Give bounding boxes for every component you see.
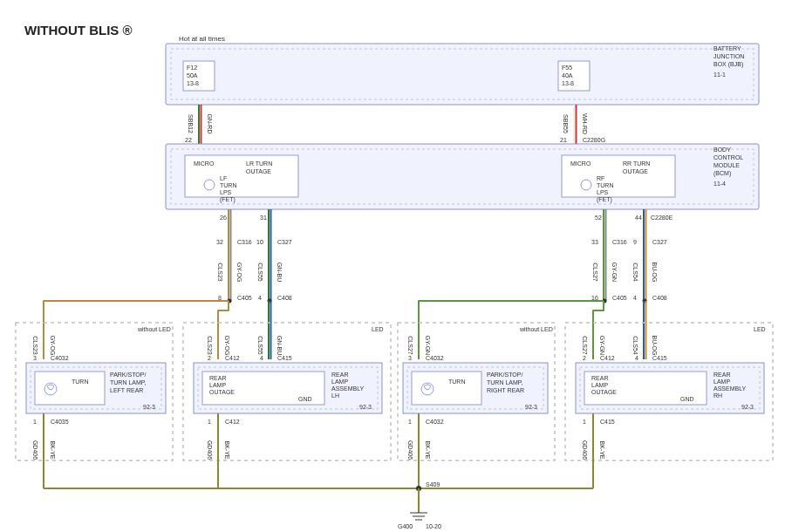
svg-text:4: 4 [635, 355, 638, 361]
svg-text:C4032: C4032 [51, 355, 69, 361]
svg-text:F55: F55 [562, 65, 572, 71]
svg-text:LED: LED [754, 326, 766, 332]
svg-text:without LED: without LED [137, 326, 171, 332]
svg-text:22: 22 [185, 137, 192, 143]
bcm-box: MICRO LR TURNOUTAGE LFTURNLPS(FET) MICRO… [166, 144, 759, 209]
svg-text:9: 9 [633, 239, 637, 245]
svg-text:10-20: 10-20 [426, 523, 441, 529]
svg-text:GY-GN: GY-GN [611, 263, 618, 282]
svg-text:2: 2 [208, 355, 211, 361]
svg-text:BK-YE: BK-YE [599, 440, 605, 459]
svg-text:CLS27: CLS27 [582, 336, 588, 355]
svg-text:C412: C412 [225, 419, 240, 425]
svg-text:F12: F12 [187, 65, 197, 71]
svg-text:92-3: 92-3 [525, 404, 537, 410]
svg-text:21: 21 [560, 137, 567, 143]
svg-text:11-1: 11-1 [713, 72, 726, 78]
svg-rect-0 [166, 44, 759, 105]
svg-text:8: 8 [218, 295, 222, 301]
svg-text:92-3: 92-3 [359, 404, 372, 410]
svg-text:PARK/STOP/TURN LAMP,RIGHT REAR: PARK/STOP/TURN LAMP,RIGHT REAR [487, 372, 524, 393]
svg-text:C415: C415 [277, 355, 292, 361]
svg-text:13-8: 13-8 [562, 80, 574, 86]
module-b: CLS23 GY-OG CLS55 GN-BU 2 C412 4 C415 RE… [194, 336, 382, 425]
svg-text:G400: G400 [398, 523, 413, 529]
svg-text:TURN: TURN [72, 379, 88, 385]
svg-text:SBB12: SBB12 [188, 114, 194, 133]
mid-wire-3: 33 C316 CLS27 GY-GN 16 C405 [591, 209, 627, 304]
svg-text:C415: C415 [600, 419, 615, 425]
module-c: CLS27 GY-GN 3 C4032 TURN PARK/STOP/TURN … [403, 336, 548, 425]
svg-text:CLS23: CLS23 [32, 336, 38, 355]
svg-text:C4035: C4035 [51, 419, 69, 425]
svg-text:1: 1 [408, 419, 412, 425]
svg-text:40A: 40A [562, 72, 573, 78]
svg-text:1: 1 [33, 419, 37, 425]
svg-text:CLS54: CLS54 [632, 263, 638, 282]
svg-text:4: 4 [633, 295, 637, 301]
svg-text:GY-GN: GY-GN [599, 336, 605, 355]
svg-text:GND: GND [680, 396, 694, 402]
module-a: CLS23 GY-OG 3 C4032 TURN PARK/STOP/TURN … [26, 336, 166, 425]
svg-text:S409: S409 [426, 481, 440, 488]
svg-text:C327: C327 [652, 239, 667, 245]
wiring-diagram: WITHOUT BLIS ® Hot at all times F12 50A … [0, 0, 792, 532]
svg-text:4: 4 [258, 295, 262, 301]
svg-text:GD406: GD406 [582, 440, 588, 460]
svg-text:GD406: GD406 [407, 440, 413, 460]
svg-text:GD406: GD406 [207, 440, 213, 460]
svg-text:C316: C316 [612, 239, 627, 245]
svg-text:CLS27: CLS27 [592, 263, 598, 282]
svg-text:C316: C316 [237, 239, 252, 245]
svg-point-26 [204, 180, 215, 190]
svg-text:GY-OG: GY-OG [236, 263, 242, 283]
hot-note: Hot at all times [179, 35, 225, 43]
svg-text:44: 44 [635, 215, 642, 221]
svg-text:CLS55: CLS55 [257, 263, 263, 282]
svg-text:C412: C412 [225, 355, 240, 361]
svg-text:31: 31 [260, 215, 267, 221]
svg-text:10: 10 [256, 239, 263, 245]
svg-text:GY-GN: GY-GN [425, 336, 431, 355]
svg-text:GD406: GD406 [32, 440, 38, 460]
svg-text:CLS23: CLS23 [207, 336, 213, 355]
svg-text:26: 26 [220, 215, 227, 221]
svg-text:3: 3 [33, 355, 37, 361]
svg-text:92-3: 92-3 [741, 404, 754, 410]
svg-text:13-8: 13-8 [187, 80, 199, 86]
module-d: CLS27 GY-GN CLS54 BU-OG 2 C412 4 C415 RE… [576, 336, 764, 425]
svg-text:GND: GND [298, 396, 312, 402]
svg-text:without LED: without LED [519, 326, 553, 332]
svg-text:C415: C415 [652, 355, 667, 361]
svg-text:GY-OG: GY-OG [224, 336, 230, 356]
svg-text:11-4: 11-4 [713, 181, 726, 187]
svg-text:2: 2 [583, 355, 586, 361]
svg-text:LED: LED [372, 326, 384, 332]
svg-text:TURN: TURN [448, 379, 465, 385]
svg-text:C405: C405 [612, 295, 627, 301]
svg-text:MICRO: MICRO [570, 160, 591, 167]
svg-text:BU-OG: BU-OG [652, 336, 658, 356]
svg-text:GN-BU: GN-BU [277, 336, 283, 356]
svg-text:CLS27: CLS27 [407, 336, 413, 355]
svg-text:C408: C408 [277, 295, 292, 301]
svg-text:SBB55: SBB55 [563, 114, 569, 133]
ground-net: GD406 BK-YE GD406 BK-YE GD406 BK-YE GD40… [32, 413, 605, 529]
mid-wire-1: 32 C316 CLS23 GY-OG 8 C405 [216, 209, 252, 304]
mid-wire-4: 9 C327 CLS54 BU-OG 4 C408 [632, 209, 667, 304]
svg-text:GY-OG: GY-OG [50, 336, 56, 356]
svg-text:WH-RD: WH-RD [582, 113, 588, 134]
svg-text:3: 3 [408, 355, 412, 361]
svg-text:C405: C405 [237, 295, 252, 301]
svg-text:C408: C408 [652, 295, 667, 301]
svg-text:CLS23: CLS23 [217, 263, 223, 282]
svg-text:GN-RD: GN-RD [207, 114, 213, 134]
svg-text:CLS54: CLS54 [632, 336, 638, 355]
svg-text:C4032: C4032 [426, 419, 444, 425]
svg-text:BK-YE: BK-YE [425, 440, 431, 459]
svg-text:C2280G: C2280G [583, 137, 605, 143]
svg-text:92-3: 92-3 [143, 404, 155, 410]
bjb-box: F12 50A 13-8 F55 40A 13-8 BATTERYJUNCTIO… [166, 44, 759, 105]
svg-text:C327: C327 [277, 239, 292, 245]
svg-text:1: 1 [208, 419, 211, 425]
